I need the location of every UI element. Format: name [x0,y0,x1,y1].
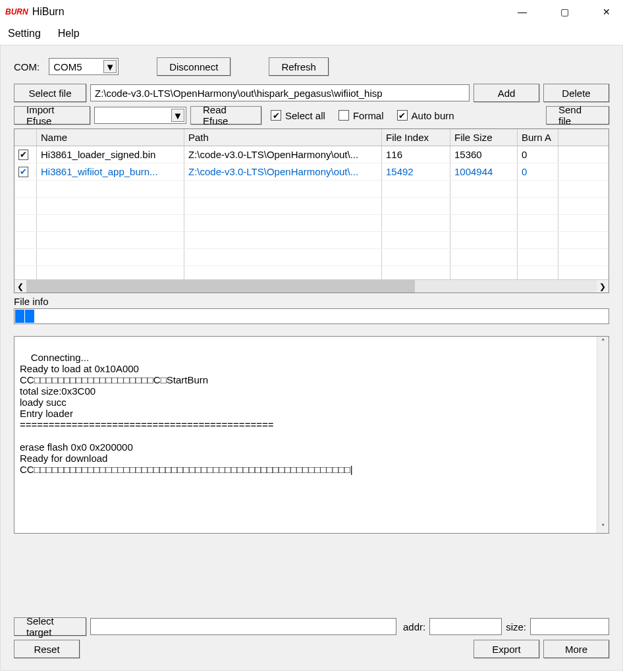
table-row[interactable]: ✔Hi3861_wifiiot_app_burn...Z:\code-v3.0-… [14,163,609,181]
file-table: Name Path File Index File Size Burn A ✔H… [14,128,609,293]
titlebar: BURN HiBurn — ▢ ✕ [0,0,623,24]
add-button[interactable]: Add [474,84,539,102]
chevron-down-icon: ▼ [171,109,184,122]
table-row-empty [14,181,609,198]
size-field[interactable] [530,618,609,635]
menubar: Setting Help [0,24,623,45]
col-file-index[interactable]: File Index [382,129,450,146]
cell-file-index: 15492 [382,163,450,180]
table-row-empty [14,232,609,249]
import-efuse-button[interactable]: Import Efuse [14,106,90,125]
scroll-left-icon[interactable]: ❮ [14,282,26,291]
addr-field[interactable] [429,618,502,635]
log-output[interactable]: Connecting... Ready to load at 0x10A000 … [14,336,609,534]
reset-button[interactable]: Reset [14,640,80,658]
cell-name: Hi3861_loader_signed.bin [37,146,184,163]
target-field[interactable] [90,618,396,635]
auto-burn-label: Auto burn [412,110,454,121]
size-label: size: [506,621,526,632]
cell-name: Hi3861_wifiiot_app_burn... [37,163,184,180]
table-row-empty [14,266,609,279]
maximize-button[interactable]: ▢ [549,2,580,22]
com-row: COM: COM5 ▼ Disconnect Refresh [14,57,609,76]
table-row-empty [14,249,609,266]
file-row: Select file Z:\code-v3.0-LTS\OpenHarmony… [14,84,609,102]
app-logo: BURN [5,7,28,16]
col-file-size[interactable]: File Size [450,129,518,146]
auto-burn-checkbox[interactable]: ✔ Auto burn [397,110,454,121]
table-body: ✔Hi3861_loader_signed.binZ:\code-v3.0-LT… [14,146,609,279]
file-path-field[interactable]: Z:\code-v3.0-LTS\OpenHarmony\out\hispark… [90,84,470,101]
table-row[interactable]: ✔Hi3861_loader_signed.binZ:\code-v3.0-LT… [14,146,609,163]
com-label: COM: [14,61,40,72]
com-combo[interactable]: COM5 ▼ [49,58,119,75]
efuse-row: Import Efuse ▼ Read Efuse ✔ Select all F… [14,106,609,125]
cell-path: Z:\code-v3.0-LTS\OpenHarmony\out\... [184,146,382,163]
cell-burn-addr: 0 [518,163,558,180]
scroll-up-icon[interactable]: ˄ [601,338,605,347]
com-value: COM5 [53,61,82,72]
app-title: HiBurn [32,6,65,18]
select-file-button[interactable]: Select file [14,84,86,102]
formal-label: Formal [353,110,384,121]
file-path-value: Z:\code-v3.0-LTS\OpenHarmony\out\hispark… [95,88,383,99]
horizontal-scrollbar[interactable]: ❮ ❯ [14,279,609,293]
col-burn-addr[interactable]: Burn A [518,129,558,146]
send-file-button[interactable]: Send file [546,106,609,125]
cell-file-index: 116 [382,146,450,163]
scroll-thumb[interactable] [26,280,415,293]
cell-path: Z:\code-v3.0-LTS\OpenHarmony\out\... [184,163,382,180]
cell-burn-addr: 0 [518,146,558,163]
export-button[interactable]: Export [474,640,539,658]
select-target-button[interactable]: Select target [14,617,86,636]
bottom-button-row: Reset Export More [14,640,609,658]
target-row: Select target addr: size: [14,617,609,636]
select-all-label: Select all [285,110,325,121]
read-efuse-button[interactable]: Read Efuse [190,106,261,125]
table-row-empty [14,198,609,215]
efuse-combo[interactable]: ▼ [94,107,186,124]
scroll-down-icon[interactable]: ˅ [601,523,605,532]
cell-file-size: 1004944 [450,163,518,180]
minimize-button[interactable]: — [507,2,537,22]
refresh-button[interactable]: Refresh [269,57,329,76]
menu-help[interactable]: Help [55,26,82,41]
col-path[interactable]: Path [184,129,382,146]
select-all-checkbox[interactable]: ✔ Select all [271,110,325,121]
row-checkbox[interactable]: ✔ [18,150,28,160]
delete-button[interactable]: Delete [543,84,609,102]
client-area: COM: COM5 ▼ Disconnect Refresh Select fi… [0,45,623,671]
chevron-down-icon: ▼ [103,60,117,73]
file-info-progress [14,308,609,324]
checkmark-icon: ✔ [397,110,408,121]
formal-checkbox[interactable]: Formal [339,110,384,121]
file-info-label: File info [14,296,609,307]
more-button[interactable]: More [543,640,609,658]
row-checkbox[interactable]: ✔ [18,167,28,177]
close-button[interactable]: ✕ [591,2,622,22]
cell-file-size: 15360 [450,146,518,163]
log-text: Connecting... Ready to load at 0x10A000 … [20,352,353,475]
checkbox-empty-icon [339,110,349,121]
addr-label: addr: [403,621,425,632]
menu-setting[interactable]: Setting [5,26,43,41]
scroll-right-icon[interactable]: ❯ [597,282,609,291]
table-header: Name Path File Index File Size Burn A [14,129,609,146]
col-name[interactable]: Name [37,129,184,146]
checkmark-icon: ✔ [271,110,281,121]
disconnect-button[interactable]: Disconnect [157,57,230,76]
vertical-scrollbar[interactable]: ˄ ˅ [597,337,609,533]
table-row-empty [14,215,609,232]
